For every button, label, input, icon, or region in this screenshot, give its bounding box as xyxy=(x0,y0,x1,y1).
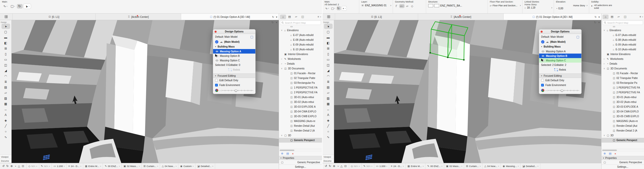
tree-chevron-icon[interactable]: > xyxy=(603,63,606,65)
massing-option-c[interactable]: Massing Option C xyxy=(213,58,255,63)
line-tool[interactable]: ╱ xyxy=(2,123,10,129)
relink-button[interactable]: Relink xyxy=(220,67,249,72)
morph-icon[interactable]: ◗ › xyxy=(342,6,347,11)
layer-selector[interactable]: ENZ_MASSING 01 › xyxy=(361,4,391,7)
tab-3d-design-option[interactable]: ▢ (!) 01 Design Option A [3D / All] xyxy=(504,14,601,20)
tree-item[interactable]: ⌂ E-09 (Auto-rebuild xyxy=(279,42,322,47)
pet-palette-icon[interactable]: ∿ › xyxy=(2,4,9,9)
roof-tool[interactable]: ◢ xyxy=(324,68,333,73)
marquee-icon[interactable]: ▢ › xyxy=(330,6,336,10)
tree-item[interactable]: ⌂ E-08 (Auto-rebuild xyxy=(601,37,644,42)
3d-viewport[interactable]: ↻ ▾ Design Options Default: Main Model ▢ xyxy=(12,20,279,163)
slider-thumb[interactable] xyxy=(235,89,237,92)
arrow-tool[interactable]: ▲ xyxy=(324,24,333,29)
structure-selector[interactable]: ENZ_PAINT1_BA... xyxy=(428,4,486,7)
shell-tool[interactable]: ◠ xyxy=(2,73,10,79)
project-map-icon[interactable]: ⌂ xyxy=(280,15,286,19)
dimension-tool[interactable]: ↔ xyxy=(2,107,10,112)
settings-button[interactable]: Settings... xyxy=(601,164,644,169)
palette-titlebar[interactable]: Design Options xyxy=(539,29,581,34)
project-map-icon[interactable]: ⌂ xyxy=(602,15,609,19)
fade-slider[interactable] xyxy=(222,89,253,92)
tree-item[interactable]: ◫ 3D-04 CWA EXPLO xyxy=(601,109,644,114)
fade-environment-checkbox[interactable]: ✓ xyxy=(541,84,544,87)
project-north-quickoption[interactable]: △ 04 New... › xyxy=(482,163,501,169)
tree-item[interactable]: > ✎ Worksheets xyxy=(279,57,322,61)
orbit-view-icon[interactable]: ↻ xyxy=(272,16,274,18)
search-input[interactable] xyxy=(285,21,319,24)
orbit-icon[interactable]: ↻ xyxy=(594,21,596,24)
tab-action-center[interactable]: ♖ [Action Center] xyxy=(418,14,504,20)
view-dropdown-icon[interactable]: ▾ xyxy=(276,16,277,18)
delete-viewpoint-button[interactable]: × xyxy=(615,152,616,155)
search-bar[interactable] xyxy=(280,21,321,25)
tree-item[interactable]: ◫ MASSING (Auto-re xyxy=(601,119,644,123)
tree-item[interactable]: ◫ 2 PERSPECTIVE FA xyxy=(601,90,644,95)
tree-chevron-icon[interactable]: > xyxy=(603,58,606,60)
eye-icon[interactable] xyxy=(216,51,218,52)
color-wheel-icon[interactable] xyxy=(215,89,218,92)
tree-item[interactable]: ⌂ E-08 (Auto-rebuild xyxy=(279,37,322,42)
detail-level-quickoption[interactable]: ◪ Detailed... › xyxy=(195,163,215,169)
zoom-icon[interactable]: ⊕ xyxy=(333,164,335,168)
tree-item[interactable]: ⌂ E-09 (Auto-rebuild xyxy=(601,42,644,47)
tree-chevron-icon[interactable]: ∨ xyxy=(281,134,283,137)
tree-item[interactable]: > ✎ Worksheets xyxy=(601,57,644,61)
line-tool[interactable]: ╱ xyxy=(324,123,333,129)
fit-view-icon[interactable]: ⊡ xyxy=(22,164,24,168)
text-tool[interactable]: A xyxy=(2,112,10,117)
spline-tool[interactable]: ∿ xyxy=(2,134,10,140)
option-group-row[interactable]: ▾ Building Mass xyxy=(539,44,581,49)
tree-item[interactable]: ⌂ E-10 (Auto-rebuild xyxy=(601,47,644,52)
chevron-icon[interactable]: › xyxy=(220,89,220,92)
surface-swatch[interactable] xyxy=(428,4,433,7)
wall-tool[interactable]: ▬ xyxy=(324,35,333,40)
renovation-filter-quickoption[interactable]: ◇ N/A › xyxy=(349,163,362,169)
horizontal-scrollbar[interactable] xyxy=(279,149,322,151)
layers-quickoption[interactable]: ≡ 24 - D... › xyxy=(67,163,83,169)
properties-header[interactable]: ▾ Properties xyxy=(601,156,644,160)
pen-set-quickoption[interactable]: ✎ 00 ENZ... › xyxy=(103,163,122,169)
tree-item[interactable]: ▢ Generic Perspect xyxy=(601,138,644,143)
graphic-override-quickoption[interactable]: ✎ N/A › xyxy=(362,163,374,169)
history-forward-icon[interactable]: ↻ xyxy=(329,164,331,168)
tree-item[interactable]: ⌂ E-10 (Auto-rebuild xyxy=(279,47,322,52)
orbit-icon[interactable]: ◔ xyxy=(337,165,339,168)
window-tool[interactable]: ⊞ xyxy=(2,46,10,51)
slab-tool[interactable]: ◫ xyxy=(2,62,10,68)
arrow-tool[interactable]: ▲ xyxy=(2,24,10,29)
tree-item[interactable]: ◫ 02 Triangular Patte xyxy=(279,76,322,80)
chevron-icon[interactable]: › xyxy=(642,15,643,18)
tree-item[interactable]: ◫ 3D-03 EXPLODE A xyxy=(601,104,644,109)
shell-tool[interactable]: ◠ xyxy=(324,73,333,79)
tree-chevron-icon[interactable]: > xyxy=(281,58,283,60)
geo-freeform-icon[interactable]: ◇ xyxy=(410,4,414,8)
tab-3d-design-option[interactable]: ▢ (!) 01 Design Option A [3D / All] xyxy=(181,14,279,20)
view-map-icon[interactable]: ▤ xyxy=(287,15,293,19)
renderer-quickoption[interactable]: ◉ Custom › xyxy=(178,163,195,169)
edit-default-row[interactable]: Edit Default Only xyxy=(539,78,581,83)
curtain-wall-tool[interactable]: ▤ xyxy=(324,84,333,90)
tree-item[interactable]: ∨ ⌂ Elevations xyxy=(601,28,644,33)
tree-chevron-icon[interactable]: ∨ xyxy=(281,67,283,70)
model-stack-icon[interactable]: ▢ xyxy=(250,35,253,39)
menu-icon[interactable]: ≡ xyxy=(640,15,641,18)
tree-item[interactable]: ▭ xyxy=(601,26,644,28)
tree-item[interactable]: ◫ 3D-02 (Auto-rebui xyxy=(601,100,644,104)
menu-icon[interactable]: ≡ xyxy=(318,15,319,18)
eye-icon[interactable] xyxy=(216,60,218,61)
scrollbar-thumb[interactable] xyxy=(280,150,294,151)
tree-item[interactable]: ◫ 3D-01 (Auto-rebui xyxy=(601,95,644,100)
zone-tool[interactable]: ▨ xyxy=(2,96,10,101)
roof-tool[interactable]: ◢ xyxy=(2,68,10,73)
massing-option-b[interactable]: Massing Option B xyxy=(539,54,581,58)
tree-item[interactable]: ▣ Interior Elevations xyxy=(601,52,644,57)
tree-item[interactable]: ◫ 02 Triangular Patte xyxy=(601,76,644,80)
tab-floor-plan[interactable]: ⊡ [0. L1] xyxy=(335,14,418,20)
history-back-icon[interactable]: ↺ xyxy=(2,164,5,168)
add-viewpoint-button[interactable]: ⊕ xyxy=(603,152,606,155)
column-tool[interactable]: ▯ xyxy=(324,51,333,57)
mesh-tool[interactable]: ▦ xyxy=(324,101,333,106)
massing-option-c[interactable]: Massing Option C xyxy=(539,58,581,63)
window-tool[interactable]: ⊞ xyxy=(324,46,333,51)
